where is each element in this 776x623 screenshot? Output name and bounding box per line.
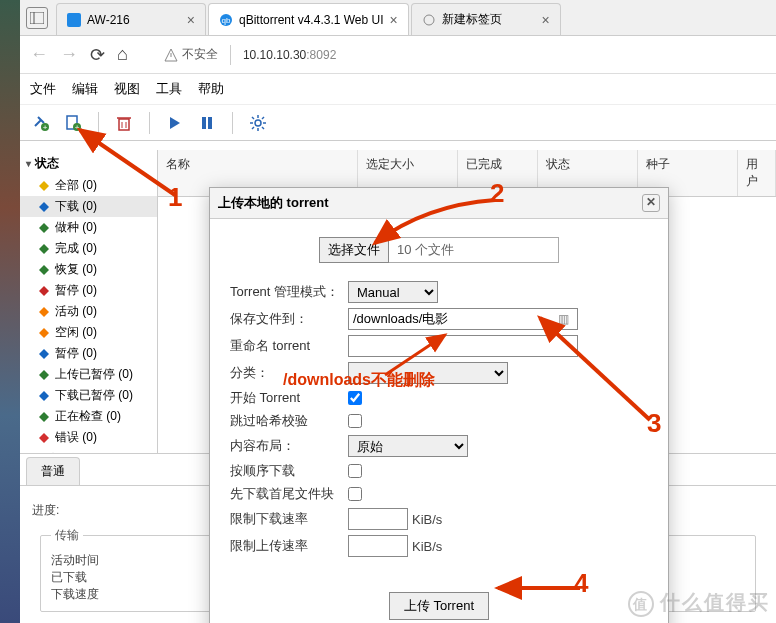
svg-marker-35	[39, 307, 49, 317]
content-layout-select[interactable]: 原始	[348, 435, 468, 457]
svg-marker-34	[39, 286, 49, 296]
sidebar-item[interactable]: 下载已暂停 (0)	[20, 385, 157, 406]
menu-tools[interactable]: 工具	[156, 80, 182, 98]
menu-help[interactable]: 帮助	[198, 80, 224, 98]
svg-line-27	[252, 127, 254, 129]
status-icon	[38, 369, 50, 381]
ulimit-input[interactable]	[348, 535, 408, 557]
add-link-button[interactable]: +	[30, 112, 52, 134]
annotation-3: 3	[647, 408, 661, 439]
skip-hash-checkbox[interactable]	[348, 414, 362, 428]
tab-newtab[interactable]: 新建标签页 ×	[411, 3, 561, 35]
mgmt-mode-label: Torrent 管理模式：	[230, 283, 348, 301]
tab-qbittorrent[interactable]: qb qBittorrent v4.4.3.1 Web UI ×	[208, 3, 409, 35]
security-status[interactable]: 不安全	[164, 46, 218, 63]
svg-marker-17	[170, 117, 180, 129]
col-users[interactable]: 用户	[738, 150, 776, 196]
sidebar-item[interactable]: 暂停 (0)	[20, 343, 157, 364]
dialog-title: 上传本地的 torrent	[218, 194, 329, 212]
svg-line-25	[252, 117, 254, 119]
svg-rect-2	[67, 13, 81, 27]
svg-marker-33	[39, 265, 49, 275]
resume-button[interactable]	[164, 112, 186, 134]
svg-marker-37	[39, 349, 49, 359]
dlimit-input[interactable]	[348, 508, 408, 530]
globe-icon	[422, 13, 436, 27]
status-icon	[38, 390, 50, 402]
svg-rect-13	[119, 119, 129, 130]
flpiece-checkbox[interactable]	[348, 487, 362, 501]
dialog-close-button[interactable]: ✕	[642, 194, 660, 212]
status-icon	[38, 348, 50, 360]
tab-close-icon[interactable]: ×	[187, 12, 195, 28]
start-torrent-checkbox[interactable]	[348, 391, 362, 405]
tab-close-icon[interactable]: ×	[542, 12, 550, 28]
menu-edit[interactable]: 编辑	[72, 80, 98, 98]
sidebar-status-header[interactable]: ▾状态	[20, 152, 157, 175]
menu-file[interactable]: 文件	[30, 80, 56, 98]
status-icon	[38, 201, 50, 213]
sidebar-item[interactable]: 正在检查 (0)	[20, 406, 157, 427]
sidebar-item[interactable]: 错误 (0)	[20, 427, 157, 448]
panel-toggle-button[interactable]	[26, 7, 48, 29]
delete-button[interactable]	[113, 112, 135, 134]
svg-rect-18	[202, 117, 206, 129]
svg-marker-39	[39, 391, 49, 401]
svg-marker-29	[39, 181, 49, 191]
sidebar-item[interactable]: 下载 (0)	[20, 196, 157, 217]
settings-button[interactable]	[247, 112, 269, 134]
svg-marker-36	[39, 328, 49, 338]
upload-torrent-dialog: 上传本地的 torrent ✕ 选择文件 10 个文件 Torrent 管理模式…	[209, 187, 669, 623]
svg-line-26	[262, 127, 264, 129]
reload-button[interactable]: ⟳	[90, 44, 105, 66]
forward-button[interactable]: →	[60, 44, 78, 65]
menu-view[interactable]: 视图	[114, 80, 140, 98]
sidebar-item[interactable]: 空闲 (0)	[20, 322, 157, 343]
browser-addressbar: ← → ⟳ ⌂ 不安全 10.10.10.30:8092	[0, 36, 776, 74]
mgmt-mode-select[interactable]: Manual	[348, 281, 438, 303]
tab-aw216[interactable]: AW-216 ×	[56, 3, 206, 35]
tab-favicon: qb	[219, 13, 233, 27]
sidebar-item[interactable]: 上传已暂停 (0)	[20, 364, 157, 385]
svg-point-5	[424, 15, 434, 25]
status-icon	[38, 222, 50, 234]
add-torrent-file-button[interactable]: +	[62, 112, 84, 134]
sidebar-item[interactable]: 完成 (0)	[20, 238, 157, 259]
flpiece-label: 先下载首尾文件块	[230, 485, 348, 503]
sidebar-item[interactable]: 全部 (0)	[20, 175, 157, 196]
lower-tab-general[interactable]: 普通	[26, 457, 80, 485]
status-icon	[38, 327, 50, 339]
status-icon	[38, 285, 50, 297]
svg-marker-38	[39, 370, 49, 380]
save-path-label: 保存文件到：	[230, 310, 348, 328]
upload-torrent-button[interactable]: 上传 Torrent	[389, 592, 489, 620]
status-icon	[38, 243, 50, 255]
sidebar-item[interactable]: 暂停 (0)	[20, 280, 157, 301]
url-display[interactable]: 10.10.10.30:8092	[243, 48, 336, 62]
annotation-note: /downloads不能删除	[283, 370, 435, 391]
sidebar-item[interactable]: 活动 (0)	[20, 301, 157, 322]
app-menubar: 文件 编辑 视图 工具 帮助	[0, 74, 776, 105]
sequential-checkbox[interactable]	[348, 464, 362, 478]
back-button[interactable]: ←	[30, 44, 48, 65]
tab-close-icon[interactable]: ×	[390, 12, 398, 28]
status-icon	[38, 264, 50, 276]
file-count-label: 10 个文件	[389, 237, 559, 263]
choose-file-button[interactable]: 选择文件	[319, 237, 389, 263]
tab-title: AW-216	[87, 13, 130, 27]
pause-button[interactable]	[196, 112, 218, 134]
home-button[interactable]: ⌂	[117, 44, 128, 65]
svg-text:+: +	[75, 123, 80, 132]
sidebar-item[interactable]: 做种 (0)	[20, 217, 157, 238]
skip-hash-label: 跳过哈希校验	[230, 412, 348, 430]
app-toolbar: + +	[0, 105, 776, 141]
start-torrent-label: 开始 Torrent	[230, 389, 348, 407]
rename-input[interactable]	[348, 335, 578, 357]
history-icon[interactable]: ▥	[558, 312, 569, 326]
annotation-2: 2	[490, 178, 504, 209]
svg-marker-41	[39, 433, 49, 443]
save-path-input[interactable]	[348, 308, 578, 330]
sequential-label: 按顺序下载	[230, 462, 348, 480]
status-icon	[38, 180, 50, 192]
sidebar-item[interactable]: 恢复 (0)	[20, 259, 157, 280]
